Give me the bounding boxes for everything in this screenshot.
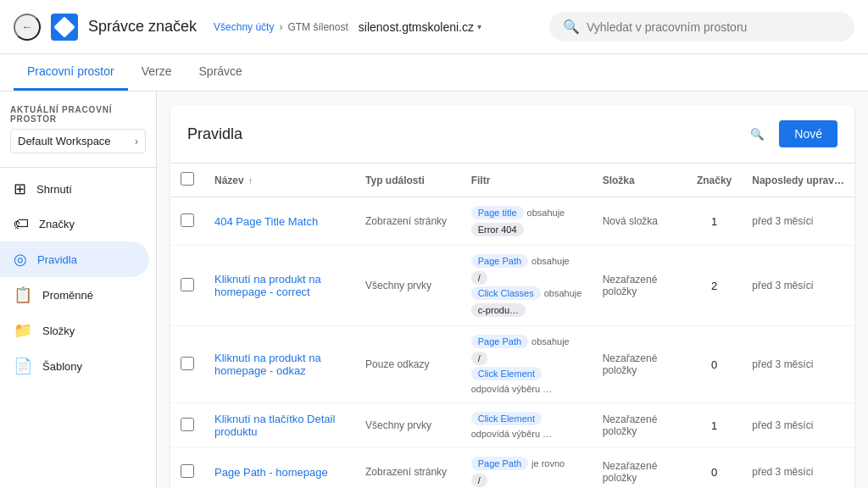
row-checkbox[interactable] [181, 357, 194, 370]
row-event-type: Všechny prvky [355, 403, 461, 448]
row-folder: Nezařazené položky [593, 403, 687, 448]
summary-icon: ⊞ [14, 180, 26, 198]
row-name: 404 Page Title Match [204, 197, 355, 246]
tab-workspace[interactable]: Pracovní prostor [14, 54, 128, 91]
col-filter: Filtr [461, 164, 593, 197]
search-icon: 🔍 [563, 19, 580, 35]
filter-key: Page Path [471, 335, 528, 348]
sidebar-label-folders: Složky [42, 324, 75, 337]
row-event-type: Zobrazení stránky [355, 448, 461, 489]
row-name-link[interactable]: Kliknutí na produkt na homepage - odkaz [214, 352, 321, 377]
row-tags: 0 [687, 448, 742, 489]
row-updated: před 3 měsíci [742, 326, 854, 403]
row-name: Kliknutí na tlačítko Detail produktu [204, 403, 355, 448]
filter-key: Page Path [471, 457, 528, 470]
tab-versions[interactable]: Verze [128, 54, 186, 91]
tabs-row: Pracovní prostor Verze Správce [0, 54, 868, 92]
filter-key: Page Path [471, 254, 528, 268]
tab-admin[interactable]: Správce [186, 54, 256, 91]
row-name: Kliknutí na produkt na homepage - correc… [204, 246, 355, 326]
row-tags: 0 [687, 326, 742, 403]
row-updated: před 3 měsíci [742, 448, 854, 489]
breadcrumb-separator: › [279, 21, 282, 33]
breadcrumb-all[interactable]: Všechny účty [214, 21, 274, 33]
sidebar-item-summary[interactable]: ⊞ Shrnutí [0, 171, 149, 207]
card-title: Pravidla [187, 125, 242, 143]
filter-key: Page title [471, 206, 524, 219]
filter-op: obsahuje [531, 336, 570, 347]
col-name[interactable]: Název ↑ [204, 164, 355, 197]
select-all-checkbox[interactable] [181, 172, 194, 186]
breadcrumb: Všechny účty › GTM šílenost [214, 21, 348, 33]
filter-val: Error 404 [471, 223, 524, 236]
app-logo [51, 14, 78, 41]
global-search[interactable]: 🔍 [549, 12, 854, 42]
row-checkbox[interactable] [181, 214, 194, 227]
sidebar-label-templates: Šablony [42, 360, 82, 373]
rules-card: Pravidla 🔍 Nové Název ↑ Typ události Fil… [170, 105, 854, 488]
row-name-link[interactable]: Kliknutí na tlačítko Detail produktu [214, 413, 335, 438]
row-filter: Page Pathobsahuje/Click Classesobsahujec… [461, 246, 593, 326]
topbar: ← Správce značek Všechny účty › GTM šíle… [0, 0, 868, 54]
card-actions: 🔍 Nové [742, 119, 837, 149]
variables-icon: 📋 [14, 286, 32, 304]
row-event-type: Všechny prvky [355, 246, 461, 326]
row-name-link[interactable]: Page Path - homepage [214, 466, 328, 479]
table-search-button[interactable]: 🔍 [742, 119, 772, 149]
app-title: Správce značek [88, 18, 197, 36]
row-checkbox[interactable] [181, 464, 194, 478]
breadcrumb-account: GTM šílenost [287, 21, 348, 33]
filter-key: Click Element [471, 412, 542, 425]
filter-val: / [471, 474, 487, 487]
sidebar-item-variables[interactable]: 📋 Proměnné [0, 277, 149, 313]
row-folder: Nová složka [593, 197, 687, 246]
row-name: Kliknutí na produkt na homepage - odkaz [204, 326, 355, 403]
row-updated: před 3 měsíci [742, 246, 854, 326]
new-rule-button[interactable]: Nové [779, 120, 837, 147]
sidebar-item-folders[interactable]: 📁 Složky [0, 313, 149, 348]
row-tags: 1 [687, 197, 742, 246]
account-dropdown[interactable]: silenost.gtmskoleni.cz ▾ [359, 20, 481, 34]
back-button[interactable]: ← [14, 14, 41, 41]
filter-op: obsahuje [544, 288, 582, 298]
row-tags: 1 [687, 403, 742, 448]
row-name-link[interactable]: Kliknutí na produkt na homepage - correc… [214, 273, 321, 298]
rules-table: Název ↑ Typ události Filtr Složka Značky… [170, 164, 854, 488]
row-checkbox-cell [170, 197, 204, 246]
sidebar-item-rules[interactable]: ◎ Pravidla [0, 241, 149, 277]
row-folder: Nezařazené položky [593, 326, 687, 403]
filter-op: obsahuje [531, 256, 570, 266]
col-checkbox [170, 164, 204, 197]
col-event-type: Typ události [355, 164, 461, 197]
row-checkbox-cell [170, 448, 204, 489]
sidebar-item-templates[interactable]: 📄 Šablony [0, 348, 149, 384]
row-name-link[interactable]: 404 Page Title Match [214, 215, 318, 228]
table-row: Kliknutí na produkt na homepage - odkazP… [170, 326, 854, 403]
search-input[interactable] [587, 20, 841, 34]
table-search-icon: 🔍 [750, 128, 765, 141]
workspace-selector[interactable]: Default Workspace › [10, 129, 146, 153]
filter-val: / [471, 271, 487, 285]
col-updated: Naposledy uprav… [742, 164, 854, 197]
tags-icon: 🏷 [14, 215, 29, 233]
folders-icon: 📁 [14, 321, 32, 340]
row-folder: Nezařazené položky [593, 448, 687, 489]
workspace-label: AKTUÁLNÍ PRACOVNÍ PROSTOR [10, 105, 146, 124]
sidebar-divider [0, 167, 156, 168]
row-checkbox-cell [170, 403, 204, 448]
table-row: Kliknutí na tlačítko Detail produktuVšec… [170, 403, 854, 448]
table-row: Kliknutí na produkt na homepage - correc… [170, 246, 854, 326]
row-checkbox[interactable] [181, 418, 194, 431]
sidebar-label-rules: Pravidla [37, 253, 77, 266]
row-filter: Page Pathje rovno/ [461, 448, 593, 489]
filter-key: Click Element [471, 367, 542, 380]
workspace-arrow-icon: › [135, 136, 138, 147]
templates-icon: 📄 [14, 357, 32, 375]
sidebar-item-tags[interactable]: 🏷 Značky [0, 207, 149, 241]
row-checkbox[interactable] [181, 278, 194, 291]
card-header: Pravidla 🔍 Nové [170, 105, 854, 164]
filter-val: / [471, 352, 487, 365]
row-checkbox-cell [170, 326, 204, 403]
row-name: Page Path - homepage [204, 448, 355, 489]
sidebar: AKTUÁLNÍ PRACOVNÍ PROSTOR Default Worksp… [0, 92, 157, 488]
